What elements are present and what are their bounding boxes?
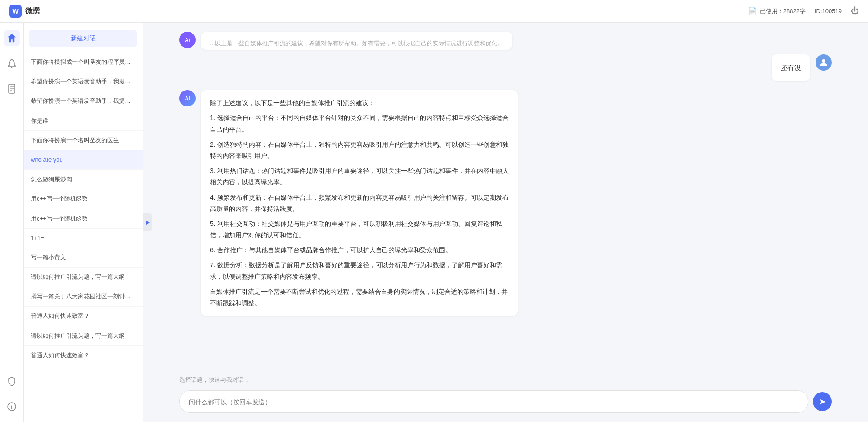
ai-paragraph: 1. 选择适合自己的平台：不同的自媒体平台针对的受众不同，需要根据自己的内容特点… xyxy=(210,112,509,135)
history-item[interactable]: 普通人如何快速致富？ xyxy=(24,307,143,326)
ai-avatar: Ai xyxy=(179,32,196,48)
ai-bubble-main: 除了上述建议，以下是一些其他的自媒体推广引流的建议：1. 选择适合自己的平台：不… xyxy=(201,90,518,316)
ai-paragraph: 2. 创造独特的内容：在自媒体平台上，独特的内容更容易吸引用户的注意力和共鸣。可… xyxy=(210,139,509,162)
nav-info-icon[interactable]: i xyxy=(4,398,20,415)
sidebar: 新建对话 下面你将模拟成一个叫圣友的程序员，我说...希望你扮演一个英语发音助手… xyxy=(24,23,143,422)
user-bubble: 还有没 xyxy=(772,54,810,81)
ai-avatar-label: Ai xyxy=(185,96,190,101)
message-row: Ai ...以上是一些自媒体推广引流的建议，希望对你有所帮助。如有需要，可以根据… xyxy=(179,32,832,50)
svg-text:i: i xyxy=(11,404,12,410)
user-message-row: 还有没 xyxy=(179,54,832,81)
topbar: W 微撰 📄 已使用：28822字 ID:100519 ⏻ xyxy=(0,0,868,23)
ai-paragraph: 6. 合作推广：与其他自媒体平台或品牌合作推广，可以扩大自己的曝光率和受众范围。 xyxy=(210,245,509,256)
logo-icon: W xyxy=(9,5,22,18)
history-item[interactable]: 1+1= xyxy=(24,229,143,248)
ai-message-row: Ai 除了上述建议，以下是一些其他的自媒体推广引流的建议：1. 选择适合自己的平… xyxy=(179,90,832,316)
logo-area: W 微撰 xyxy=(9,5,40,18)
right-info: 📄 已使用：28822字 ID:100519 ⏻ xyxy=(748,6,859,16)
history-item[interactable]: who are you xyxy=(24,150,143,170)
suggestion-label: 选择话题，快速与我对话： xyxy=(179,376,250,383)
history-item[interactable]: 下面你将扮演一个名叫圣友的医生 xyxy=(24,131,143,150)
ai-avatar-main: Ai xyxy=(179,90,196,106)
app-title: 微撰 xyxy=(25,6,40,16)
ai-paragraph: 4. 频繁发布和更新：在自媒体平台上，频繁发布和更新的内容更容易吸引用户的关注和… xyxy=(210,192,509,215)
svg-point-1 xyxy=(11,67,12,68)
history-item[interactable]: 请以如何推广引流为题，写一篇大纲 xyxy=(24,326,143,346)
ai-paragraph: 自媒体推广引流是一个需要不断尝试和优化的过程，需要结合自身的实际情况，制定合适的… xyxy=(210,286,509,309)
nav-home-icon[interactable] xyxy=(4,30,20,46)
chat-area: Ai ...以上是一些自媒体推广引流的建议，希望对你有所帮助。如有需要，可以根据… xyxy=(143,23,868,422)
nav-bell-icon[interactable] xyxy=(4,55,20,72)
svg-marker-0 xyxy=(8,34,16,42)
history-item[interactable]: 普通人如何快速致富？ xyxy=(24,346,143,365)
collapse-sidebar-button[interactable]: ▶ xyxy=(143,213,152,231)
user-message-text: 还有没 xyxy=(781,64,801,72)
icon-bar: i xyxy=(0,23,24,422)
main-layout: i 新建对话 下面你将模拟成一个叫圣友的程序员，我说...希望你扮演一个英语发音… xyxy=(0,23,868,422)
history-item[interactable]: 请以如何推广引流为题，写一篇大纲 xyxy=(24,268,143,287)
history-item[interactable]: 怎么做狗屎炒肉 xyxy=(24,170,143,189)
send-button[interactable]: ➤ xyxy=(813,392,832,411)
history-item[interactable]: 下面你将模拟成一个叫圣友的程序员，我说... xyxy=(24,53,143,72)
doc-icon: 📄 xyxy=(748,7,757,15)
ai-paragraph: 7. 数据分析：数据分析是了解用户反馈和喜好的重要途径，可以分析用户行为和数据，… xyxy=(210,259,509,282)
prev-message-text: ...以上是一些自媒体推广引流的建议，希望对你有所帮助。如有需要，可以根据自己的… xyxy=(210,40,503,47)
suggestion-bar: 选择话题，快速与我对话： xyxy=(143,371,868,387)
history-item[interactable]: 用c++写一个随机函数 xyxy=(24,209,143,229)
history-item[interactable]: 希望你扮演一个英语发音助手，我提供给你... xyxy=(24,91,143,111)
svg-point-8 xyxy=(822,59,825,63)
history-item[interactable]: 写一篇小黄文 xyxy=(24,248,143,268)
nav-doc-icon[interactable] xyxy=(4,81,20,97)
icon-bar-bottom: i xyxy=(4,373,20,415)
nav-shield-icon[interactable] xyxy=(4,373,20,389)
ai-paragraph: 5. 利用社交互动：社交媒体是与用户互动的重要平台，可以积极利用社交媒体与用户互… xyxy=(210,218,509,241)
history-item[interactable]: 用c++写一个随机函数 xyxy=(24,189,143,209)
history-item[interactable]: 希望你扮演一个英语发音助手，我提供给你... xyxy=(24,72,143,91)
messages-list: Ai ...以上是一些自媒体推广引流的建议，希望对你有所帮助。如有需要，可以根据… xyxy=(143,23,868,371)
history-list: 下面你将模拟成一个叫圣友的程序员，我说...希望你扮演一个英语发音助手，我提供给… xyxy=(24,53,143,422)
history-item[interactable]: 你是谁 xyxy=(24,111,143,131)
user-avatar xyxy=(816,54,832,71)
ai-paragraph: 除了上述建议，以下是一些其他的自媒体推广引流的建议： xyxy=(210,97,509,109)
new-chat-button[interactable]: 新建对话 xyxy=(29,30,137,47)
send-icon: ➤ xyxy=(819,397,826,407)
user-id-label: ID:100519 xyxy=(815,8,842,14)
ai-paragraph: 3. 利用热门话题：热门话题和事件是吸引用户的重要途径，可以关注一些热门话题和事… xyxy=(210,165,509,188)
ai-bubble-prev: ...以上是一些自媒体推广引流的建议，希望对你有所帮助。如有需要，可以根据自己的… xyxy=(201,32,512,50)
chat-input[interactable] xyxy=(179,390,808,413)
char-count-label: 已使用：28822字 xyxy=(760,7,806,15)
char-count: 📄 已使用：28822字 xyxy=(748,7,806,15)
history-item[interactable]: 撰写一篇关于八大家花园社区一刻钟便民生... xyxy=(24,287,143,307)
power-icon[interactable]: ⏻ xyxy=(851,6,859,16)
ai-message-content: 除了上述建议，以下是一些其他的自媒体推广引流的建议：1. 选择适合自己的平台：不… xyxy=(210,97,509,309)
input-area: ➤ xyxy=(143,387,868,422)
collapse-icon: ▶ xyxy=(146,219,150,225)
